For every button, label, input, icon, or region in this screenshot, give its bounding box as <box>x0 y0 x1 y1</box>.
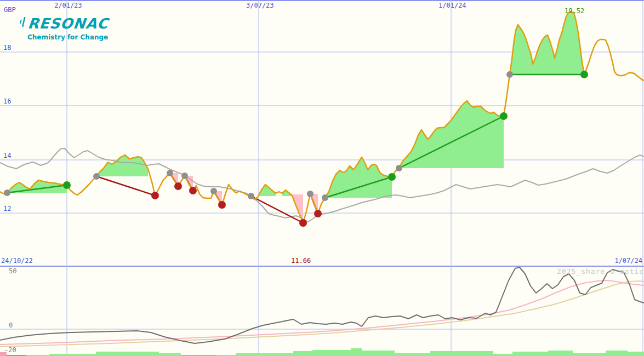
high-annotation: 19.52 <box>565 8 584 15</box>
volume-bar-up <box>395 353 430 356</box>
pivot-dot-gray <box>248 193 254 199</box>
pivot-dot-red <box>151 192 159 199</box>
benchmark-line <box>0 148 644 222</box>
date-label-top-1: 2/01/23 <box>54 2 82 9</box>
pivot-dot-green <box>388 173 396 181</box>
pivot-dot-green <box>580 71 588 78</box>
pivot-dot-gray <box>322 194 328 201</box>
pivot-dot-gray <box>167 170 173 176</box>
currency-label: GBP <box>4 7 16 14</box>
pivot-dot-green <box>500 112 508 120</box>
resonac-logo: RESONAC Chemistry for Change <box>20 15 109 41</box>
volume-bar-up <box>606 351 628 356</box>
volume-bar-up <box>512 352 548 356</box>
price-tick-16: 16 <box>3 98 11 105</box>
volume-bar-up <box>49 354 96 356</box>
resonac-logo-mark <box>20 16 27 30</box>
low-annotation: 11.66 <box>291 257 311 265</box>
volume-bar-up <box>548 351 573 356</box>
pivot-dot-gray <box>93 173 100 180</box>
volume-bar-up <box>312 350 351 356</box>
volume-bar-up <box>236 353 293 356</box>
indicator-tick-0: 0 <box>9 322 13 329</box>
volume-bar-up <box>293 351 312 356</box>
watermark: 2025_share-o-matic.com <box>557 267 642 275</box>
volume-bar-up <box>628 352 644 356</box>
chart-canvas <box>0 0 644 356</box>
date-label-top-3: 1/01/24 <box>438 2 466 9</box>
price-tick-18: 18 <box>3 44 11 51</box>
price-tick-12: 12 <box>3 205 11 213</box>
pivot-dot-red <box>189 187 197 194</box>
volume-bar-up <box>362 351 395 356</box>
logo-tagline: Chemistry for Change <box>27 33 109 41</box>
volume-bar-up <box>159 353 181 356</box>
pivot-dot-gray <box>4 190 10 196</box>
downtrend-line <box>96 176 155 196</box>
date-label-bottom-left: 24/10/22 <box>1 257 33 265</box>
signal-pink-line <box>0 280 644 344</box>
volume-bar-up <box>493 354 512 356</box>
uptrend-fill <box>510 12 584 75</box>
pivot-dot-red <box>174 182 182 190</box>
pivot-dot-gray <box>210 188 217 194</box>
pivot-dot-red <box>299 219 307 227</box>
stock-chart-page: GBP RESONAC Chemistry for Change 2/01/23… <box>0 0 644 356</box>
volume-bar-up <box>96 352 159 356</box>
volume-bar-up <box>351 348 362 356</box>
indicator-tick-50: 50 <box>9 268 16 275</box>
signal-tan-line <box>0 281 644 347</box>
uptrend-fill <box>96 155 148 176</box>
volume-bar-up <box>430 351 493 356</box>
logo-wordmark: RESONAC <box>27 15 109 32</box>
pivot-dot-red <box>314 210 322 217</box>
pivot-dot-green <box>63 181 71 189</box>
date-label-bottom-right: 1/07/24 <box>614 257 642 265</box>
price-tick-14: 14 <box>3 152 11 159</box>
volume-bar-up <box>573 353 606 356</box>
date-label-top-2: 3/07/23 <box>246 2 274 9</box>
pivot-dot-gray <box>181 173 188 179</box>
pivot-dot-red <box>218 201 226 209</box>
pivot-dot-gray <box>506 71 513 78</box>
indicator-tick-neg20: -20 <box>4 347 16 354</box>
pivot-dot-gray <box>307 191 314 197</box>
pivot-dot-gray <box>396 165 402 171</box>
